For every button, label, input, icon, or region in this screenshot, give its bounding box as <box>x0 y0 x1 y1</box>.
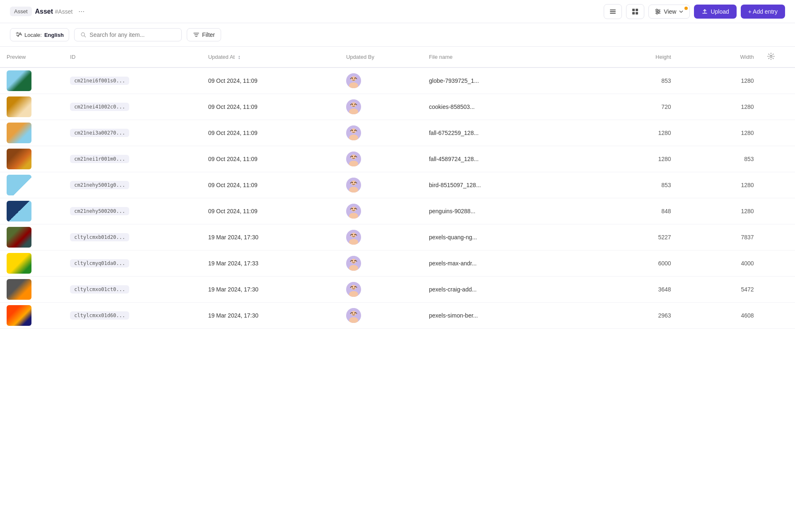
row-settings-cell <box>761 277 795 303</box>
updated-at-cell: 19 Mar 2024, 17:30 <box>202 277 340 303</box>
id-badge: cltylcmxo01ct0... <box>70 285 129 294</box>
updated-by-cell <box>340 120 422 146</box>
table-row[interactable]: cm21nei1r001m0...09 Oct 2024, 11:09 fall… <box>0 146 795 172</box>
table-row[interactable]: cm21nei3a00270...09 Oct 2024, 11:09 fall… <box>0 120 795 146</box>
svg-rect-3 <box>632 9 635 11</box>
preview-cell <box>0 120 63 146</box>
width-cell: 5472 <box>678 277 761 303</box>
avatar <box>346 125 361 140</box>
updated-by-cell <box>340 224 422 250</box>
breadcrumb[interactable]: Asset <box>10 7 32 16</box>
table-row[interactable]: cltylcmxb01d20...19 Mar 2024, 17:30 pexe… <box>0 224 795 250</box>
id-badge: cm21nehy500200... <box>70 207 129 215</box>
preview-image <box>7 201 31 221</box>
col-header-settings[interactable] <box>761 47 795 67</box>
table-body: cm21nei6f001s0...09 Oct 2024, 11:09 glob… <box>0 67 795 329</box>
preview-cell <box>0 277 63 303</box>
header: Asset Asset #Asset ··· <box>0 0 795 23</box>
preview-image <box>7 175 31 195</box>
id-cell: cm21nehy500200... <box>63 198 201 224</box>
filter-icon <box>193 31 200 38</box>
svg-rect-6 <box>636 12 638 14</box>
updated-by-cell <box>340 146 422 172</box>
search-box <box>74 28 182 41</box>
id-cell: cltylcmxx01d60... <box>63 303 201 329</box>
locale-value: English <box>44 32 64 38</box>
table-row[interactable]: cltylcmyq01da0...19 Mar 2024, 17:33 pexe… <box>0 250 795 277</box>
chevron-down-icon <box>679 9 684 14</box>
width-cell: 4608 <box>678 303 761 329</box>
list-view-button[interactable] <box>604 4 622 19</box>
table-row[interactable]: cm21nehy500200...09 Oct 2024, 11:09 peng… <box>0 198 795 224</box>
table-row[interactable]: cm21nei41002c0...09 Oct 2024, 11:09 cook… <box>0 94 795 120</box>
col-header-preview: Preview <box>0 47 63 67</box>
width-cell: 1280 <box>678 172 761 198</box>
svg-point-15 <box>770 55 772 58</box>
preview-cell <box>0 67 63 94</box>
row-settings-cell <box>761 224 795 250</box>
id-badge: cm21nei41002c0... <box>70 103 129 111</box>
preview-image <box>7 305 31 326</box>
filename-cell: pexels-simon-ber... <box>422 303 595 329</box>
table-header-row: Preview ID Updated At ↕ Updated By File … <box>0 47 795 67</box>
row-settings-cell <box>761 198 795 224</box>
row-settings-cell <box>761 303 795 329</box>
page-title: Asset #Asset <box>35 8 73 15</box>
preview-image <box>7 123 31 143</box>
col-header-updated-by: Updated By <box>340 47 422 67</box>
height-cell: 5227 <box>595 224 678 250</box>
svg-line-14 <box>84 36 85 37</box>
list-icon <box>609 8 617 15</box>
svg-point-12 <box>656 12 658 14</box>
view-button[interactable]: View <box>648 5 690 19</box>
filename-cell: pexels-max-andr... <box>422 250 595 277</box>
row-settings-cell <box>761 67 795 94</box>
width-cell: 1280 <box>678 120 761 146</box>
grid-view-button[interactable] <box>626 4 644 19</box>
id-badge: cltylcmxb01d20... <box>70 233 129 241</box>
updated-at-cell: 19 Mar 2024, 17:30 <box>202 224 340 250</box>
search-icon <box>80 31 86 38</box>
search-input[interactable] <box>89 31 176 38</box>
preview-cell <box>0 198 63 224</box>
svg-rect-4 <box>636 9 638 11</box>
height-cell: 2963 <box>595 303 678 329</box>
col-header-width: Width <box>678 47 761 67</box>
filename-cell: fall-4589724_128... <box>422 146 595 172</box>
height-cell: 3648 <box>595 277 678 303</box>
updated-at-cell: 09 Oct 2024, 11:09 <box>202 94 340 120</box>
col-header-updated-at[interactable]: Updated At ↕ <box>202 47 340 67</box>
avatar <box>346 152 361 166</box>
row-settings-cell <box>761 120 795 146</box>
updated-at-cell: 19 Mar 2024, 17:33 <box>202 250 340 277</box>
height-cell: 1280 <box>595 120 678 146</box>
id-badge: cm21nehy5001g0... <box>70 181 129 189</box>
settings-icon[interactable] <box>767 53 775 60</box>
width-cell: 1280 <box>678 94 761 120</box>
filter-button[interactable]: Filter <box>187 28 221 41</box>
preview-cell <box>0 250 63 277</box>
table-row[interactable]: cm21nei6f001s0...09 Oct 2024, 11:09 glob… <box>0 67 795 94</box>
id-cell: cm21nei6f001s0... <box>63 67 201 94</box>
filename-cell: globe-7939725_1... <box>422 67 595 94</box>
updated-at-cell: 09 Oct 2024, 11:09 <box>202 67 340 94</box>
preview-image <box>7 96 31 117</box>
filename-cell: pexels-quang-ng... <box>422 224 595 250</box>
width-cell: 1280 <box>678 67 761 94</box>
upload-button[interactable]: Upload <box>694 5 736 19</box>
preview-cell <box>0 224 63 250</box>
locale-label: Locale: <box>24 32 42 38</box>
id-cell: cltylcmxb01d20... <box>63 224 201 250</box>
table-container: Preview ID Updated At ↕ Updated By File … <box>0 47 795 329</box>
table-row[interactable]: cltylcmxo01ct0...19 Mar 2024, 17:30 pexe… <box>0 277 795 303</box>
more-options-button[interactable]: ··· <box>76 5 87 17</box>
id-badge: cm21nei1r001m0... <box>70 155 129 163</box>
locale-selector[interactable]: Locale: English <box>10 28 69 41</box>
filename-cell: fall-6752259_128... <box>422 120 595 146</box>
add-entry-button[interactable]: + Add entry <box>741 5 785 19</box>
updated-by-cell <box>340 250 422 277</box>
preview-cell <box>0 94 63 120</box>
filename-cell: cookies-858503... <box>422 94 595 120</box>
table-row[interactable]: cltylcmxx01d60...19 Mar 2024, 17:30 pexe… <box>0 303 795 329</box>
table-row[interactable]: cm21nehy5001g0...09 Oct 2024, 11:09 bird… <box>0 172 795 198</box>
